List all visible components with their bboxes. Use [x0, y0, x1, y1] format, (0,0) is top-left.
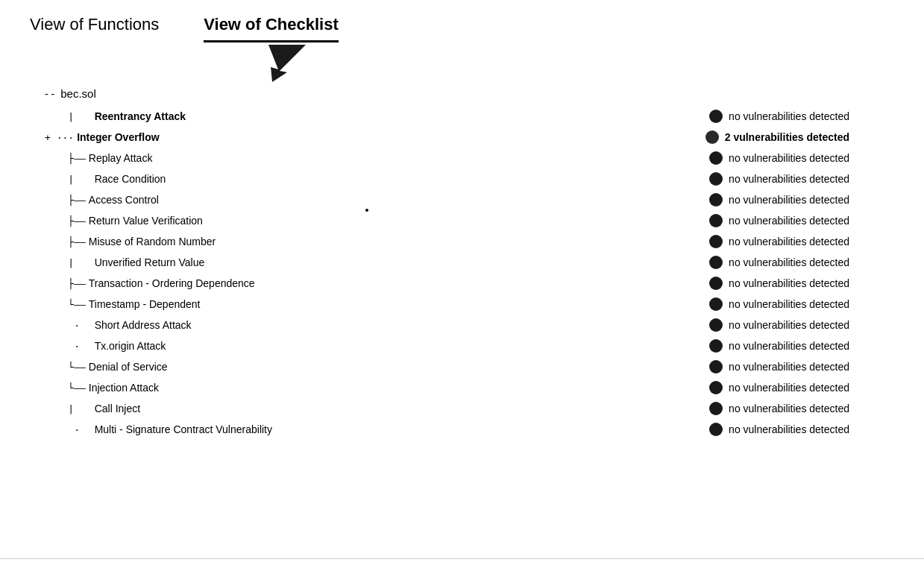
- tree-connector: |: [45, 257, 92, 268]
- status-dot: [709, 381, 723, 394]
- checklist-item-label: Timestamp - Dependent: [89, 298, 201, 310]
- table-row: | Race Conditionno vulnerabilities detec…: [45, 168, 894, 189]
- root-label: - - bec.sol: [45, 87, 894, 100]
- tree-connector: + ···: [45, 132, 74, 143]
- tree-connector: ├——: [45, 195, 86, 206]
- tab-view-functions[interactable]: View of Functions: [30, 15, 159, 40]
- status-dot: [709, 214, 723, 227]
- status-text: no vulnerabilities detected: [729, 361, 849, 373]
- arrow-pointer: [265, 41, 309, 89]
- status-text: no vulnerabilities detected: [729, 319, 849, 331]
- status-text: no vulnerabilities detected: [729, 152, 849, 164]
- tree-connector: └——: [45, 299, 86, 310]
- tree-connector: |: [45, 111, 92, 122]
- root-dashes: - -: [45, 88, 54, 100]
- checklist-item-label: Transaction - Ordering Dependence: [89, 277, 255, 289]
- checklist-item-label: Multi - Signature Contract Vulnerability: [95, 423, 272, 435]
- tree-connector: ├——: [45, 153, 86, 164]
- status-dot: [709, 339, 723, 353]
- status-dot: [705, 130, 719, 144]
- tree-connector: ├——: [45, 236, 86, 247]
- tree-root: - - bec.sol | Reentrancy Attackno vulner…: [45, 87, 894, 440]
- status-text: no vulnerabilities detected: [729, 173, 849, 185]
- table-row: | Reentrancy Attackno vulnerabilities de…: [45, 106, 894, 127]
- table-row: └——Injection Attackno vulnerabilities de…: [45, 377, 894, 398]
- table-row: ├——Transaction - Ordering Dependenceno v…: [45, 273, 894, 294]
- status-dot: [709, 172, 723, 186]
- root-filename: bec.sol: [60, 87, 96, 100]
- bottom-divider: [0, 558, 924, 559]
- table-row: | Call Injectno vulnerabilities detected: [45, 398, 894, 419]
- decorative-dot: [365, 209, 368, 212]
- tree-connector: └——: [45, 362, 86, 373]
- status-dot: [709, 423, 723, 436]
- tab-view-checklist[interactable]: View of Checklist: [204, 15, 339, 42]
- table-row: · Short Address Attackno vulnerabilities…: [45, 315, 894, 335]
- status-text: no vulnerabilities detected: [729, 215, 849, 227]
- status-dot: [709, 110, 723, 123]
- status-text: 2 vulnerabilities detected: [725, 131, 849, 143]
- status-text: no vulnerabilities detected: [729, 340, 849, 352]
- header: View of Functions View of Checklist: [0, 0, 924, 42]
- table-row: | Unverified Return Valueno vulnerabilit…: [45, 252, 894, 273]
- status-text: no vulnerabilities detected: [729, 403, 849, 414]
- checklist-item-label: Misuse of Random Number: [89, 236, 216, 247]
- status-text: no vulnerabilities detected: [729, 236, 849, 247]
- status-dot: [709, 193, 723, 206]
- checklist-item-label: Denial of Service: [89, 361, 168, 373]
- status-text: no vulnerabilities detected: [729, 110, 849, 122]
- status-text: no vulnerabilities detected: [729, 298, 849, 310]
- checklist-item-label: Unverified Return Value: [95, 256, 205, 268]
- table-row: ├——Access Controlno vulnerabilities dete…: [45, 189, 894, 210]
- tree-connector: ·: [45, 424, 92, 435]
- tree-connector: ├——: [45, 278, 86, 289]
- tree-connector: └——: [45, 382, 86, 394]
- checklist-item-label: Integer Overflow: [77, 131, 159, 143]
- table-row: · Tx.origin Attackno vulnerabilities det…: [45, 335, 894, 356]
- checklist-item-label: Reentrancy Attack: [95, 110, 186, 122]
- checklist-item-label: Short Address Attack: [95, 319, 192, 331]
- status-dot: [709, 256, 723, 269]
- status-text: no vulnerabilities detected: [729, 194, 849, 206]
- tree-connector: ·: [45, 320, 92, 331]
- checklist-item-label: Race Condition: [95, 173, 166, 185]
- table-row: · Multi - Signature Contract Vulnerabili…: [45, 419, 894, 440]
- status-text: no vulnerabilities detected: [729, 256, 849, 268]
- table-row: └——Denial of Serviceno vulnerabilities d…: [45, 356, 894, 377]
- main-content: - - bec.sol | Reentrancy Attackno vulner…: [0, 72, 924, 455]
- checklist-container: | Reentrancy Attackno vulnerabilities de…: [45, 106, 894, 440]
- status-dot: [709, 318, 723, 332]
- checklist-item-label: Replay Attack: [89, 152, 153, 164]
- tree-connector: ·: [45, 341, 92, 352]
- status-dot: [709, 402, 723, 415]
- status-dot: [709, 297, 723, 311]
- checklist-item-label: Tx.origin Attack: [95, 340, 166, 352]
- tree-connector: |: [45, 403, 92, 414]
- status-dot: [709, 151, 723, 165]
- status-dot: [709, 235, 723, 248]
- tree-connector: |: [45, 174, 92, 185]
- table-row: ├——Return Value Verificationno vulnerabi…: [45, 210, 894, 231]
- checklist-item-label: Injection Attack: [89, 382, 159, 394]
- svg-marker-0: [268, 45, 306, 82]
- checklist-item-label: Return Value Verification: [89, 215, 203, 227]
- table-row: ├——Replay Attackno vulnerabilities detec…: [45, 148, 894, 168]
- checklist-item-label: Access Control: [89, 194, 159, 206]
- status-dot: [709, 277, 723, 290]
- table-row: ├——Misuse of Random Numberno vulnerabili…: [45, 231, 894, 252]
- status-text: no vulnerabilities detected: [729, 382, 849, 394]
- status-text: no vulnerabilities detected: [729, 423, 849, 435]
- table-row: └——Timestamp - Dependentno vulnerabiliti…: [45, 294, 894, 315]
- status-text: no vulnerabilities detected: [729, 277, 849, 289]
- tree-connector: ├——: [45, 215, 86, 227]
- table-row: + ···Integer Overflow2 vulnerabilities d…: [45, 127, 894, 148]
- checklist-item-label: Call Inject: [95, 403, 140, 414]
- status-dot: [709, 360, 723, 373]
